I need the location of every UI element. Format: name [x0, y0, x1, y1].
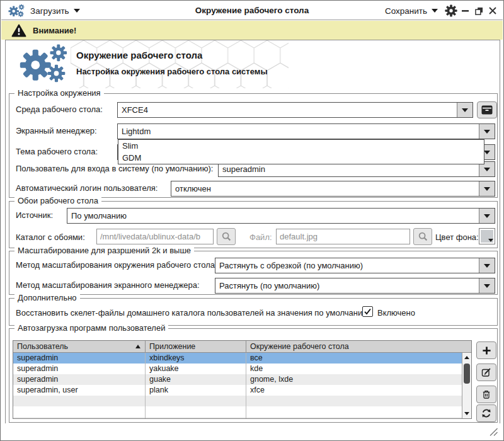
wallpaper-source-combobox[interactable]: По умолчанию — [67, 208, 495, 224]
desktop-env-value: XFCE4 — [118, 103, 457, 117]
table-body: superadmin xbindkeys все superadmin yaku… — [13, 353, 462, 418]
section-autostart-legend: Автозагрузка программ пользователей — [14, 323, 168, 333]
combo-arrow[interactable] — [479, 124, 495, 139]
close-button[interactable] — [488, 6, 498, 16]
chevron-down-icon — [462, 108, 468, 112]
table-row-empty — [13, 406, 462, 417]
scroll-down-button[interactable] — [462, 410, 471, 418]
table-row[interactable]: superadmin xbindkeys все — [13, 353, 462, 364]
table-header: Пользователь Приложение Окружение рабоче… — [13, 341, 471, 353]
combo-arrow[interactable] — [479, 278, 495, 293]
app-window: Окружение рабочего стола Загрузить Сохра… — [0, 0, 504, 441]
trash-icon — [481, 389, 491, 399]
column-header-user[interactable]: Пользователь — [13, 341, 146, 352]
column-header-env[interactable]: Окружение рабочего стола — [246, 341, 471, 352]
triangle-up-icon — [464, 356, 469, 359]
wallpaper-file-label: Файл: — [249, 232, 272, 242]
table-row-empty — [13, 396, 462, 406]
display-manager-combobox[interactable]: Lightdm — [117, 123, 495, 139]
plus-icon — [482, 346, 491, 355]
chevron-down-icon — [484, 187, 490, 191]
section-additional: Дополнительно Восстановить скелет-файлы … — [9, 298, 498, 326]
combo-arrow[interactable] — [479, 258, 495, 273]
combo-arrow[interactable] — [479, 181, 495, 196]
dropdown-option-slim[interactable]: Slim — [118, 140, 484, 152]
content-panel: Окружение рабочего стола Настройка окруж… — [5, 40, 500, 424]
chevron-down-icon — [484, 264, 490, 268]
default-login-user-label: Пользователь для входа в систему (по умо… — [16, 164, 213, 173]
table-row[interactable]: superadmin yakuake kde — [13, 364, 462, 374]
status-bar — [1, 423, 503, 440]
display-manager-value: Lightdm — [118, 124, 479, 139]
chevron-down-icon — [484, 130, 490, 134]
chevron-down-icon — [484, 214, 490, 218]
settings-gear-icon[interactable] — [445, 4, 457, 17]
section-environment-legend: Настройка окружения — [14, 88, 104, 98]
section-environment: Настройка окружения Среда рабочего стола… — [9, 93, 498, 198]
table-row[interactable]: superadmin, user plank xfce — [13, 385, 462, 396]
page-title: Окружение рабочего стола — [76, 50, 202, 60]
combo-arrow[interactable] — [479, 209, 495, 223]
wallpaper-directory-label: Каталог с обоями: — [16, 232, 85, 242]
skel-restore-label: Восстановить скелет-файлы домашнего ката… — [16, 308, 371, 318]
app-gears-logo — [17, 44, 70, 83]
minimize-icon — [462, 8, 469, 14]
chevron-down-icon — [484, 151, 490, 154]
section-scaling: Масштабирование для разршений 2k и выше … — [9, 251, 498, 295]
table-row-empty — [13, 417, 462, 419]
warning-banner: Внимание! — [1, 21, 503, 40]
chevron-down-icon — [484, 284, 490, 288]
install-desktop-env-button[interactable] — [477, 101, 497, 118]
warning-triangle-icon — [11, 24, 26, 37]
desktop-theme-label: Тема рабочего стола: — [16, 147, 98, 156]
minimize-button[interactable] — [460, 6, 470, 16]
wallpaper-file-input[interactable]: default.jpg — [276, 229, 410, 244]
resize-grip[interactable] — [489, 427, 498, 437]
table-row[interactable]: superadmin guake gnome, lxde — [13, 374, 462, 385]
search-icon — [418, 231, 428, 242]
search-icon — [221, 231, 232, 242]
load-button-label: Загрузить — [30, 6, 69, 16]
archive-box-icon — [481, 105, 493, 115]
combo-arrow[interactable] — [457, 103, 472, 117]
delete-row-button[interactable] — [476, 386, 496, 403]
wallpaper-source-value: По умолчанию — [67, 209, 479, 223]
auto-login-value: отключен — [171, 181, 479, 196]
save-button-label: Сохранить — [385, 6, 427, 16]
bg-color-label: Цвет фона: — [435, 232, 479, 242]
scrollbar-thumb[interactable] — [464, 364, 470, 384]
edit-row-button[interactable] — [476, 364, 496, 381]
checkmark-icon — [364, 307, 372, 316]
desktop-env-combobox[interactable]: XFCE4 — [117, 102, 473, 118]
app-gears-icon — [8, 4, 25, 18]
autostart-table: Пользователь Приложение Окружение рабоче… — [13, 340, 472, 419]
window-controls — [460, 1, 498, 20]
scroll-up-button[interactable] — [462, 353, 471, 362]
close-icon — [489, 7, 496, 14]
table-scrollbar[interactable] — [462, 353, 471, 418]
browse-directory-button[interactable] — [217, 228, 236, 245]
restore-icon — [475, 7, 483, 15]
skel-restore-checkbox[interactable] — [362, 306, 373, 317]
scaling-dm-label: Метод масштабирования экранного менеджер… — [16, 280, 200, 290]
scaling-dm-combobox[interactable]: Растянуть (по умолчанию) — [215, 278, 495, 294]
chevron-down-icon — [74, 9, 80, 13]
desktop-env-label: Среда рабочего стола: — [16, 105, 103, 114]
refresh-button[interactable] — [476, 404, 496, 422]
restore-button[interactable] — [474, 6, 484, 16]
save-button[interactable]: Сохранить — [385, 1, 438, 20]
scaling-desktop-combobox[interactable]: Растянуть с обрезкой (по умолчанию) — [215, 258, 495, 273]
warning-text: Внимание! — [33, 26, 76, 35]
chevron-down-icon — [484, 168, 490, 171]
dropdown-option-gdm[interactable]: GDM — [118, 152, 484, 164]
section-wallpaper-legend: Обои рабочего стола — [14, 196, 101, 205]
load-button[interactable]: Загрузить — [30, 1, 80, 20]
bg-color-picker-button[interactable] — [479, 228, 495, 244]
auto-login-combobox[interactable]: отключен — [171, 181, 495, 197]
scaling-desktop-value: Растянуть с обрезкой (по умолчанию) — [215, 258, 479, 273]
column-header-app[interactable]: Приложение — [146, 341, 246, 352]
add-row-button[interactable] — [476, 341, 496, 359]
wallpaper-directory-input[interactable]: /mnt/livedata/ublinux-data/b — [96, 229, 214, 244]
refresh-icon — [481, 408, 491, 418]
browse-file-button[interactable] — [413, 228, 432, 245]
